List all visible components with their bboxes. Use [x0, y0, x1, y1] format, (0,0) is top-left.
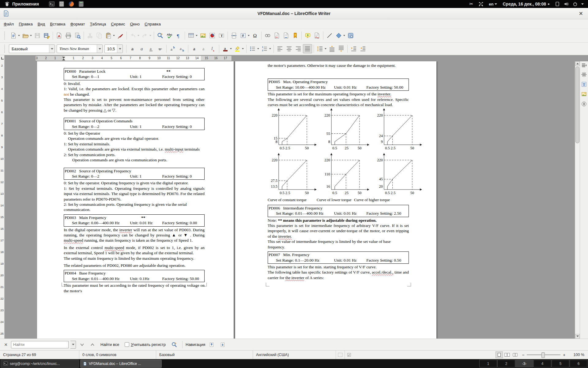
display-icon[interactable]: [555, 2, 560, 6]
bullets-button[interactable]: [248, 44, 257, 53]
workspace-1[interactable]: 1: [479, 360, 497, 367]
find-all-button[interactable]: Найти все: [99, 341, 121, 349]
copy-button[interactable]: [95, 31, 104, 40]
undo-button[interactable]: [128, 31, 138, 40]
paragraph-style-combo[interactable]: Базовый: [9, 44, 55, 53]
find-previous-button[interactable]: [88, 341, 97, 349]
zoom-level[interactable]: 100 %: [565, 353, 588, 357]
taskbar-writer-window-button[interactable]: VFDManual.doc – LibreOffice ...: [80, 360, 162, 368]
font-size-combo[interactable]: 10,5: [104, 44, 123, 53]
document-modified-icon[interactable]: [345, 353, 353, 357]
undo-dropdown-icon[interactable]: [138, 35, 139, 36]
highlight-dropdown-icon[interactable]: [242, 48, 244, 49]
spelling-button[interactable]: Abc: [165, 31, 174, 40]
menu-вставка[interactable]: Вставка: [47, 21, 68, 28]
zoom-out-icon[interactable]: −: [522, 353, 525, 357]
insert-chart-button[interactable]: [208, 31, 217, 40]
indent-increase-button[interactable]: [349, 44, 358, 53]
keyboard-layout-indicator[interactable]: en: [489, 2, 497, 6]
open-dropdown-icon[interactable]: [30, 35, 32, 36]
clear-formatting-button[interactable]: Ix: [208, 44, 217, 53]
terminal-launcher-icon[interactable]: [49, 1, 55, 7]
selection-mode-icon[interactable]: [336, 353, 345, 357]
highlight-button[interactable]: [233, 44, 242, 53]
navigate-previous-button[interactable]: [207, 341, 216, 349]
file-manager-launcher-icon[interactable]: [58, 1, 65, 7]
workspace-2[interactable]: 2: [497, 360, 515, 367]
align-center-button[interactable]: [285, 44, 294, 53]
page-right[interactable]: the motor's parameters. Otherwise it may…: [235, 61, 436, 339]
clone-formatting-button[interactable]: [116, 31, 125, 40]
new-document-button[interactable]: [9, 31, 18, 40]
sidebar-gallery-icon[interactable]: [581, 91, 587, 97]
bold-button[interactable]: a: [128, 44, 137, 53]
screenshot-icon[interactable]: ✂: [469, 1, 473, 7]
cut-button[interactable]: [85, 31, 95, 40]
calculator-launcher-icon[interactable]: [78, 1, 84, 7]
footnote-button[interactable]: 1: [272, 31, 281, 40]
volume-icon[interactable]: [564, 2, 569, 6]
uppercase-button[interactable]: a: [190, 44, 199, 53]
line-spacing-button[interactable]: [315, 44, 325, 53]
sidebar-settings-icon[interactable]: [581, 63, 587, 67]
basic-shapes-dropdown-icon[interactable]: [343, 35, 345, 36]
find-and-replace-button[interactable]: [169, 341, 179, 349]
print-button[interactable]: [64, 31, 73, 40]
redo-button[interactable]: [140, 31, 149, 40]
workspace-5[interactable]: 5: [552, 360, 569, 367]
save-as-button[interactable]: [42, 31, 51, 40]
insert-table-dropdown-icon[interactable]: [196, 35, 198, 36]
find-next-button[interactable]: [78, 341, 86, 349]
lowercase-button[interactable]: a: [199, 44, 208, 53]
redo-dropdown-icon[interactable]: [149, 35, 151, 36]
endnote-button[interactable]: [281, 31, 291, 40]
track-changes-button[interactable]: [312, 31, 322, 40]
hyperlink-button[interactable]: [263, 31, 272, 40]
vertical-ruler[interactable]: 2345678910111213141516171819202122232425: [0, 61, 5, 339]
special-character-button[interactable]: Ω: [251, 31, 260, 40]
insert-field-dropdown-icon[interactable]: [248, 35, 250, 36]
insert-line-button[interactable]: [325, 31, 334, 40]
titlebar[interactable]: VFDManual.doc – LibreOffice Writer ✕: [0, 8, 588, 19]
taskbar-terminal-window-button[interactable]: serg@comp:~/wrk/cnc/linuxc...: [1, 360, 79, 368]
align-left-button[interactable]: [275, 44, 285, 53]
book-view-icon[interactable]: [511, 351, 519, 358]
scrollbar-thumb[interactable]: [575, 67, 579, 143]
workspace-grid-icon[interactable]: [479, 2, 483, 6]
combo-dropdown-icon[interactable]: [97, 45, 102, 53]
multi-page-view-icon[interactable]: [503, 351, 511, 358]
page-left[interactable]: PD000Parameter Lock**Set Range: 0—1Unit:…: [37, 61, 234, 339]
para-space-increase-button[interactable]: [327, 44, 337, 53]
vertical-scrollbar[interactable]: [575, 61, 580, 339]
menu-справка[interactable]: Справка: [142, 21, 163, 28]
applications-menu[interactable]: Приложения: [2, 1, 41, 7]
formatting-marks-button[interactable]: ¶: [174, 31, 183, 40]
line-spacing-dropdown-icon[interactable]: [325, 48, 326, 49]
font-name-combo[interactable]: Times New Roman: [57, 44, 103, 53]
scroll-down-icon[interactable]: [575, 334, 580, 339]
print-preview-button[interactable]: [73, 31, 82, 40]
export-pdf-button[interactable]: [55, 31, 64, 40]
toolbar-grip[interactable]: [4, 32, 6, 40]
draw-functions-button[interactable]: [346, 31, 355, 40]
justify-button[interactable]: [303, 44, 312, 53]
paste-dropdown-icon[interactable]: [113, 35, 115, 36]
font-color-button[interactable]: a: [221, 44, 230, 53]
numbering-dropdown-icon[interactable]: [269, 48, 271, 49]
indent-decrease-button[interactable]: [358, 44, 368, 53]
page-break-button[interactable]: [229, 31, 239, 40]
page-number-status[interactable]: Страница 27 из 69: [0, 353, 79, 357]
system-menu-chevron[interactable]: [581, 3, 584, 5]
menu-формат[interactable]: Формат: [68, 21, 87, 28]
underline-button[interactable]: a: [146, 44, 156, 53]
language-status[interactable]: Английский (США): [253, 353, 336, 357]
match-case-checkbox[interactable]: Учитывать регистр: [123, 341, 168, 349]
zoom-slider[interactable]: [527, 352, 560, 358]
power-icon[interactable]: [573, 2, 578, 6]
bullets-dropdown-icon[interactable]: [257, 48, 259, 49]
toolbar-grip[interactable]: [4, 45, 6, 53]
text-box-button[interactable]: T: [217, 31, 226, 40]
checkbox-box[interactable]: [125, 342, 129, 347]
horizontal-ruler[interactable]: 3211234567891011121314151617: [35, 56, 232, 61]
firefox-launcher-icon[interactable]: [68, 1, 74, 7]
